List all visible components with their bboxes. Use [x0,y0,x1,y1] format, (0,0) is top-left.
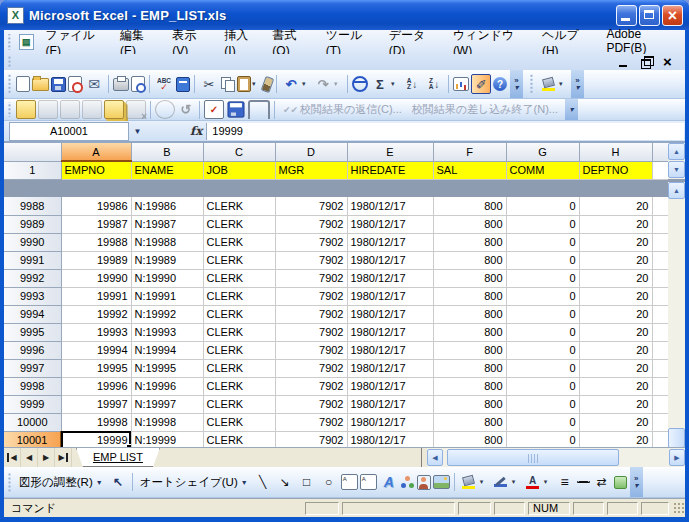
print-preview-icon[interactable] [131,76,145,92]
cell-G9997[interactable]: 0 [506,359,579,377]
maximize-button[interactable] [639,5,660,26]
reviewing-toolbar-options[interactable]: ▾ [565,99,578,120]
cell-A9992[interactable]: 19990 [61,269,131,287]
cell-H10000[interactable]: 20 [579,413,652,431]
cell-B9996[interactable]: N:19994 [131,341,203,359]
row-header-9995[interactable]: 9995 [4,323,61,341]
standard-toolbar-grip[interactable] [7,74,12,94]
cell-field-JOB[interactable]: JOB [203,161,275,179]
spelling-icon[interactable]: ABC✓ [154,74,174,94]
cell-A9990[interactable]: 19988 [61,233,131,251]
cell-E9988[interactable]: 1980/12/17 [347,197,433,215]
sort-descending-icon[interactable]: ZA↓ [424,74,444,94]
cell-H9992[interactable]: 20 [579,269,652,287]
cell-G9988[interactable]: 0 [506,197,579,215]
menubar-grip[interactable] [7,34,12,51]
font-color-icon[interactable]: A [523,472,543,492]
line-style-icon[interactable]: ≡ [555,472,575,492]
cell-D9998[interactable]: 7902 [275,377,347,395]
cell-E9994[interactable]: 1980/12/17 [347,305,433,323]
cell-field-EMPNO[interactable]: EMPNO [61,161,131,179]
cell-F9992[interactable]: 800 [433,269,506,287]
cell-A9993[interactable]: 19991 [61,287,131,305]
copy-icon[interactable] [221,77,235,91]
previous-sheet-icon[interactable]: ◀ [21,448,38,467]
cell-field-MGR[interactable]: MGR [275,161,347,179]
column-header-G[interactable]: G [506,143,579,161]
vertical-scrollbar[interactable]: ▲ ▼ ▲ ▼ [668,143,685,467]
cell-B9997[interactable]: N:19995 [131,359,203,377]
scroll-right-icon[interactable]: ▶ [669,449,685,466]
row-header-9994[interactable]: 9994 [4,305,61,323]
select-all-corner[interactable] [4,143,61,161]
cell-sliver[interactable] [652,341,668,359]
cell-sliver[interactable] [652,413,668,431]
workbook-restore-button[interactable] [640,56,654,68]
save-icon[interactable] [51,77,66,92]
cell-H9997[interactable]: 20 [579,359,652,377]
arrow-style-icon[interactable]: ⇄ [592,472,612,492]
last-sheet-icon[interactable]: ▶ [55,448,72,467]
row-header-9990[interactable]: 9990 [4,233,61,251]
cell-E9989[interactable]: 1980/12/17 [347,215,433,233]
cell-H9988[interactable]: 20 [579,197,652,215]
diagram-icon[interactable] [401,476,415,488]
cell-H9998[interactable]: 20 [579,377,652,395]
sheet-tab-emp-list[interactable]: EMP LIST [76,448,160,467]
shadow-style-icon[interactable] [614,476,627,489]
cell-A9988[interactable]: 19986 [61,197,131,215]
cell-E9993[interactable]: 1980/12/17 [347,287,433,305]
row-header-9997[interactable]: 9997 [4,359,61,377]
cell-G10000[interactable]: 0 [506,413,579,431]
cell-D9994[interactable]: 7902 [275,305,347,323]
horizontal-scrollbar[interactable]: ◀ ▶ [427,448,685,467]
cell-field-ENAME[interactable]: ENAME [131,161,203,179]
paste-dropdown-icon[interactable]: ▾ [252,80,260,88]
column-header-A[interactable]: A [61,143,131,161]
cell-E9998[interactable]: 1980/12/17 [347,377,433,395]
cell-A9994[interactable]: 19992 [61,305,131,323]
cell-A9999[interactable]: 19997 [61,395,131,413]
cell-A9998[interactable]: 19996 [61,377,131,395]
paste-icon[interactable] [237,76,251,92]
cell-sliver[interactable] [652,197,668,215]
autoshapes-menu-button[interactable]: オートシェイプ(U)▼ [136,473,252,492]
cell-field-DEPTNO[interactable]: DEPTNO [579,161,652,179]
cell-C9991[interactable]: CLERK [203,251,275,269]
workbook-close-button[interactable] [663,56,677,68]
fill-toolbar-options[interactable]: »▾ [571,70,584,98]
column-header-B[interactable]: B [131,143,203,161]
cell-sliver[interactable] [652,269,668,287]
format-painter-icon[interactable] [261,75,275,92]
chart-wizard-icon[interactable] [453,77,469,91]
cell-D9995[interactable]: 7902 [275,323,347,341]
cell-D9990[interactable]: 7902 [275,233,347,251]
row-header-9992[interactable]: 9992 [4,269,61,287]
cell-G9992[interactable]: 0 [506,269,579,287]
cell-sliver[interactable] [652,233,668,251]
cell-H9993[interactable]: 20 [579,287,652,305]
cell-C9990[interactable]: CLERK [203,233,275,251]
dash-style-icon[interactable] [577,481,590,483]
cell-A9989[interactable]: 19987 [61,215,131,233]
permission-icon[interactable] [68,76,82,92]
cell-B10000[interactable]: N:19998 [131,413,203,431]
horizontal-scroll-thumb[interactable] [447,449,619,466]
cell-H9995[interactable]: 20 [579,323,652,341]
autosum-icon[interactable]: Σ [370,74,390,94]
cell-F10000[interactable]: 800 [433,413,506,431]
cell-E9991[interactable]: 1980/12/17 [347,251,433,269]
pane-scroll-up-icon[interactable]: ▲ [668,143,685,160]
clip-art-icon[interactable] [417,475,431,490]
cell-A10000[interactable]: 19998 [61,413,131,431]
cell-B9993[interactable]: N:19991 [131,287,203,305]
cell-field-HIREDATE[interactable]: HIREDATE [347,161,433,179]
cell-B9990[interactable]: N:19988 [131,233,203,251]
cell-field-SAL[interactable]: SAL [433,161,506,179]
row-header-9999[interactable]: 9999 [4,395,61,413]
cell-F9988[interactable]: 800 [433,197,506,215]
insert-function-icon[interactable]: fx [190,124,202,138]
cut-icon[interactable]: ✂ [199,74,219,94]
cell-A9995[interactable]: 19993 [61,323,131,341]
cell-A9997[interactable]: 19995 [61,359,131,377]
